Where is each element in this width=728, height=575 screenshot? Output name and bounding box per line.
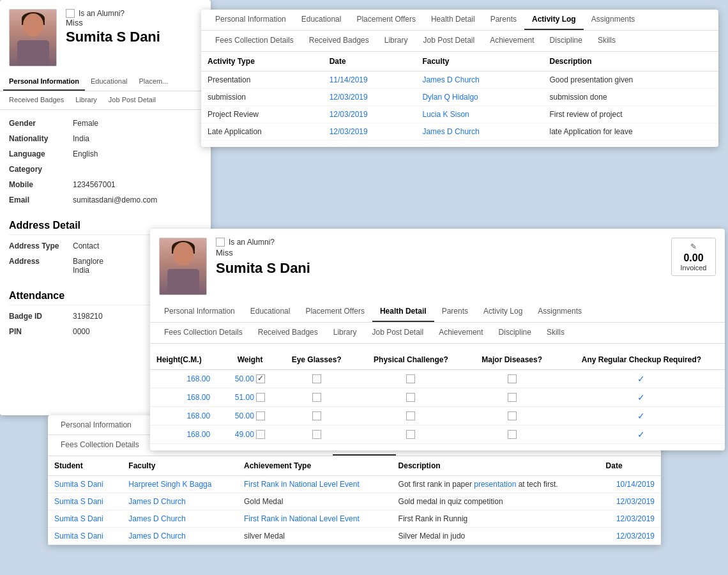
tab-ach-health[interactable]: Achievement <box>431 323 490 343</box>
col-faculty: Faculty <box>416 52 543 72</box>
tab-placem[interactable]: Placem... <box>133 73 174 91</box>
tab-parents-act[interactable]: Parents <box>483 10 524 30</box>
cb-physical-4[interactable] <box>312 430 321 439</box>
cb-major-4[interactable] <box>406 430 415 439</box>
cb-major-1[interactable] <box>406 374 415 383</box>
tab-par-health[interactable]: Parents <box>434 302 476 322</box>
cell-student: Sumita S Dani <box>48 476 122 493</box>
label-badge: Badge ID <box>9 312 73 321</box>
cell-faculty: James D Church <box>122 528 238 545</box>
tab-skills-health[interactable]: Skills <box>539 323 572 343</box>
cb-checkup-2a[interactable] <box>508 393 517 402</box>
info-row-category: Category <box>9 165 202 174</box>
cell-height: 168.00 <box>150 425 223 444</box>
tab-lib-health[interactable]: Library <box>326 323 365 343</box>
cb-checkup-1a[interactable] <box>508 374 517 383</box>
tab-assignments-act[interactable]: Assignments <box>584 10 643 30</box>
tab-dis-health[interactable]: Discipline <box>491 323 539 343</box>
tab-fees-ach[interactable]: Fees Collection Details <box>53 435 147 456</box>
col-desc: Description <box>392 456 600 476</box>
tab-library[interactable]: Library <box>70 91 103 109</box>
cell-student: Sumita S Dani <box>48 493 122 510</box>
tab-job-act[interactable]: Job Post Detail <box>415 31 482 51</box>
tab-edu-health[interactable]: Educational <box>243 302 298 322</box>
cell-desc: First review of project <box>543 106 718 123</box>
tab-fees-health[interactable]: Fees Collection Details <box>156 323 250 343</box>
cell-type: Gold Medal <box>238 493 392 510</box>
invoiced-amount: 0.00 <box>678 252 709 264</box>
cell-checkup: ✓ <box>558 407 725 425</box>
cell-major <box>466 407 557 425</box>
tab-asgn-health[interactable]: Assignments <box>530 302 589 322</box>
invoiced-box: ✎ 0.00 Invoiced <box>671 238 716 276</box>
label-nationality: Nationality <box>9 134 73 143</box>
col-checkup: Any Regular Checkup Required? <box>558 350 725 370</box>
cell-checkup: ✓ <box>558 388 725 407</box>
cb-eye-2[interactable] <box>256 393 265 402</box>
tab-job-health[interactable]: Job Post Detail <box>364 323 431 343</box>
cell-desc: submission done <box>543 89 718 106</box>
tab-educational-act[interactable]: Educational <box>294 10 349 30</box>
cb-physical-2[interactable] <box>312 393 321 402</box>
cb-eye-3[interactable] <box>256 411 265 420</box>
info-row-language: Language English <box>9 150 202 158</box>
tab-pi-health[interactable]: Personal Information <box>156 302 243 322</box>
tab-badges-health[interactable]: Received Badges <box>250 323 326 343</box>
achievement-table: Student Faculty Achievement Type Descrip… <box>48 456 661 545</box>
cell-desc: Good presentation given <box>543 72 718 89</box>
tab-job-post-detail[interactable]: Job Post Detail <box>103 91 162 109</box>
cb-eye-4[interactable] <box>256 430 265 439</box>
alumni-check[interactable]: Is an Alumni? <box>66 9 202 18</box>
col-activity-type: Activity Type <box>201 52 323 72</box>
cell-date: 12/03/2019 <box>323 106 416 123</box>
tab-hd-health[interactable]: Health Detail <box>372 302 434 322</box>
cb-major-3[interactable] <box>406 411 415 420</box>
cell-date: 12/03/2019 <box>323 89 416 106</box>
tab-badges-act[interactable]: Received Badges <box>301 31 377 51</box>
cb-checkup-4a[interactable] <box>508 430 517 439</box>
col-student: Student <box>48 456 122 476</box>
cb-physical-1[interactable] <box>312 374 321 383</box>
cell-eye-glasses <box>277 407 356 425</box>
cell-desc: late Application for leave <box>543 123 718 141</box>
tab-educational[interactable]: Educational <box>85 73 133 91</box>
cb-checkup-3a[interactable] <box>508 411 517 420</box>
tab-discipline-act[interactable]: Discipline <box>542 31 590 51</box>
info-row-email: Email sumitasdani@demo.com <box>9 195 202 204</box>
tab-health-detail-act[interactable]: Health Detail <box>423 10 483 30</box>
tab-skills-act[interactable]: Skills <box>590 31 623 51</box>
table-row: Late Application 12/03/2019 James D Chur… <box>201 123 718 141</box>
cell-physical <box>356 370 466 388</box>
tab-pi-ach[interactable]: Personal Information <box>53 415 139 434</box>
tab-fees-act[interactable]: Fees Collection Details <box>208 31 301 51</box>
edit-icon: ✎ <box>678 242 709 251</box>
tab-al-health[interactable]: Activity Log <box>476 302 530 322</box>
invoiced-label: Invoiced <box>678 264 709 272</box>
cb-major-2[interactable] <box>406 393 415 402</box>
cell-desc: Gold medal in quiz competition <box>392 493 600 510</box>
table-row: Sumita S Dani James D Church First Rank … <box>48 510 661 528</box>
table-row: Sumita S Dani James D Church silver Meda… <box>48 528 661 545</box>
card-health-detail: Is an Alumni? Miss Sumita S Dani ✎ 0.00 … <box>150 229 725 450</box>
cell-date: 12/03/2019 <box>600 493 661 510</box>
table-row: 168.00 51.00 ✓ <box>150 388 725 407</box>
health-tab-nav-1: Personal Information Educational Placeme… <box>150 302 725 323</box>
table-row: Sumita S Dani James D Church Gold Medal … <box>48 493 661 510</box>
cb-physical-3[interactable] <box>312 411 321 420</box>
col-description: Description <box>543 52 718 72</box>
tab-personal-info-act[interactable]: Personal Information <box>208 10 294 30</box>
tab-achievement-act[interactable]: Achievement <box>482 31 542 51</box>
tab-placement-offers-act[interactable]: Placement Offers <box>349 10 423 30</box>
checkbox-eye-glasses[interactable] <box>256 374 265 383</box>
tab-received-badges[interactable]: Received Badges <box>3 91 70 109</box>
card-activity-log: Personal Information Educational Placeme… <box>201 10 718 147</box>
table-row: Sumita S Dani Harpreet Singh K Bagga Fir… <box>48 476 661 493</box>
tab-personal-information[interactable]: Personal Information <box>3 73 85 91</box>
cell-physical <box>356 388 466 407</box>
tab-library-act[interactable]: Library <box>377 31 416 51</box>
health-alumni-check[interactable]: Is an Alumni? <box>216 238 310 247</box>
cell-activity: submission <box>201 89 323 106</box>
cell-height: 168.00 <box>150 388 223 407</box>
tab-po-health[interactable]: Placement Offers <box>298 302 372 322</box>
tab-activity-log-act[interactable]: Activity Log <box>524 10 584 30</box>
